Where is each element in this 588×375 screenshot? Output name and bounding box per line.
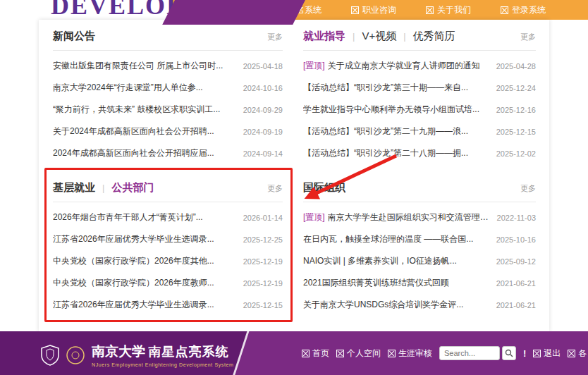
footer-nav-label: 个人空间	[347, 348, 381, 359]
top-nav-label: 职业咨询	[362, 4, 396, 16]
panel-international: 国际组织 更多 [置顶] 南京大学学生赴国际组织实习和交流管理办... 2022…	[303, 181, 536, 316]
news-list-item[interactable]: 南京大学2024年“行走课堂”用人单位参... 2024-10-16	[53, 77, 283, 99]
international-list-item[interactable]: 2021国际组织菁英训练班结营仪式回顾 2021-06-21	[303, 272, 536, 294]
news-list-item[interactable]: 2024年成都高新区面向社会公开招聘应届... 2024-09-14	[53, 142, 283, 164]
item-date: 2025-12-24	[489, 84, 536, 92]
item-date: 2025-12-15	[489, 128, 536, 136]
item-title: 2021国际组织菁英训练班结营仪式回顾	[303, 277, 449, 289]
footer: 南京大学 南星点亮系统 NJuers Employment Enlighteni…	[0, 331, 588, 375]
news-list: 安徽出版集团有限责任公司 所属上市公司时... 2025-04-18 南京大学2…	[53, 55, 283, 164]
broken-image-icon	[533, 350, 541, 357]
top-nav-label: 关于我们	[437, 4, 471, 16]
guidance-list-item[interactable]: 【活动总结】“职引沙龙”第二十八期——拥... 2025-12-02	[303, 142, 536, 164]
item-title: 关于2024年成都高新区面向社会公开招聘...	[53, 125, 214, 137]
right-column: 就业指导 | V+视频 | 优秀简历 更多 [置顶] 关于成立南京大学就业育人讲…	[303, 30, 536, 316]
international-list-item[interactable]: NAIO实训 | 多维素养实训，IO征途扬帆... 2025-09-12	[303, 250, 536, 272]
broken-image-icon	[302, 350, 310, 357]
item-date: 2021-06-21	[489, 279, 536, 288]
broken-image-icon	[501, 6, 508, 14]
tab-v-video[interactable]: V+视频	[362, 30, 396, 43]
item-title: 关于南京大学UNSDGs综合培训奖学金评...	[303, 299, 463, 311]
broken-image-icon	[388, 350, 396, 357]
footer-logos: 南京大学 南星点亮系统 NJuers Employment Enlighteni…	[41, 343, 233, 367]
footer-nav-item[interactable]: 首页	[302, 348, 329, 359]
item-title: 在日内瓦，触摸全球治理的温度 ——联合国...	[303, 233, 473, 245]
broken-image-icon	[336, 350, 344, 357]
international-more-link[interactable]: 更多	[520, 183, 536, 194]
top-nav-label: 登录系统	[512, 4, 546, 16]
tab-separator: |	[403, 31, 405, 42]
item-title: 南京大学2024年“行走课堂”用人单位参...	[53, 82, 203, 94]
news-list-item[interactable]: 关于2024年成都高新区面向社会公开招聘... 2024-09-19	[53, 121, 283, 142]
broken-image-icon	[426, 6, 434, 14]
footer-nav-item[interactable]: 生涯审核	[388, 348, 432, 359]
item-title: 学生就业指导中心顺利举办无领导小组面试培...	[303, 104, 479, 116]
purple-ribbon	[162, 0, 305, 25]
guidance-list-item[interactable]: 学生就业指导中心顺利举办无领导小组面试培... 2025-12-16	[303, 99, 536, 121]
item-title: “聚力前行，共筑未来” 鼓楼校区求职实训工...	[53, 104, 220, 116]
page: DEVELOPMENT 报名系统 职业咨询 关于我们	[0, 0, 588, 375]
search-icon	[505, 349, 513, 357]
international-list-item[interactable]: [置顶] 南京大学学生赴国际组织实习和交流管理办... 2022-11-03	[303, 207, 536, 228]
logout-button[interactable]: 退出	[533, 348, 561, 359]
international-list-item[interactable]: 关于南京大学UNSDGs综合培训奖学金评... 2021-06-21	[303, 294, 536, 316]
system-name: 南星点亮系统	[148, 345, 228, 359]
item-title: 2024年成都高新区面向社会公开招聘应届...	[53, 147, 214, 159]
item-date: 2025-09-12	[489, 257, 536, 266]
panel-news: 新闻公告 更多 安徽出版集团有限责任公司 所属上市公司时... 2025-04-…	[53, 30, 283, 164]
item-date: 2024-09-19	[236, 128, 283, 136]
item-date: 2025-04-18	[236, 62, 283, 70]
guidance-list-item[interactable]: [置顶] 关于成立南京大学就业育人讲师团的通知 2025-04-28	[303, 55, 536, 77]
item-title: 安徽出版集团有限责任公司 所属上市公司时...	[53, 60, 223, 72]
footer-brand-text: 南京大学 南星点亮系统 NJuers Employment Enlighteni…	[92, 343, 233, 367]
item-date: 2024-09-29	[236, 106, 283, 114]
top-nav-item[interactable]: 关于我们	[426, 4, 471, 16]
footer-nav-label: 首页	[312, 348, 329, 359]
footer-search	[439, 346, 516, 360]
item-date: 2022-11-03	[490, 214, 536, 222]
search-input[interactable]	[439, 346, 500, 360]
panel-news-header: 新闻公告 更多	[53, 30, 283, 51]
footer-clipped-item[interactable]: 各	[568, 348, 587, 359]
panel-guidance-header: 就业指导 | V+视频 | 优秀简历 更多	[303, 30, 536, 51]
item-title: 【活动总结】“职引沙龙”第三十期——来自...	[303, 82, 468, 94]
item-date: 2021-06-21	[489, 301, 536, 309]
top-nav: 报名系统 职业咨询 关于我们 登录系统	[276, 0, 546, 20]
pinned-tag: [置顶]	[303, 211, 325, 223]
item-title: 南京大学学生赴国际组织实习和交流管理办...	[328, 211, 490, 223]
broken-image-icon	[568, 350, 575, 357]
news-list-item[interactable]: “聚力前行，共筑未来” 鼓楼校区求职实训工... 2024-09-29	[53, 99, 283, 121]
search-button[interactable]	[502, 346, 516, 360]
university-shield-icon	[41, 345, 59, 366]
footer-nav-label: 生涯审核	[398, 348, 432, 359]
tab-separator: |	[353, 31, 355, 42]
item-date: 2025-12-16	[489, 106, 536, 114]
item-date: 2025-10-16	[489, 235, 536, 244]
news-more-link[interactable]: 更多	[267, 32, 283, 42]
item-date: 2025-12-02	[489, 149, 536, 158]
top-nav-item[interactable]: 职业咨询	[351, 4, 396, 16]
university-seal-icon	[66, 346, 85, 364]
tab-excellent-resume[interactable]: 优秀简历	[413, 30, 455, 43]
system-name-english: NJuers Employment Enlightening Developme…	[92, 362, 233, 367]
guidance-list-item[interactable]: 【活动总结】“职引沙龙”第二十九期——浪... 2025-12-15	[303, 121, 536, 142]
guidance-list-item[interactable]: 【活动总结】“职引沙龙”第三十期——来自... 2025-12-24	[303, 77, 536, 99]
highlight-box	[44, 168, 293, 322]
footer-nav-item[interactable]: 个人空间	[336, 348, 381, 359]
panel-news-title: 新闻公告	[53, 30, 95, 43]
item-date: 2024-10-16	[236, 84, 283, 92]
international-list-item[interactable]: 在日内瓦，触摸全球治理的温度 ——联合国... 2025-10-16	[303, 228, 536, 250]
international-list: [置顶] 南京大学学生赴国际组织实习和交流管理办... 2022-11-03 在…	[303, 207, 536, 316]
panel-guidance: 就业指导 | V+视频 | 优秀简历 更多 [置顶] 关于成立南京大学就业育人讲…	[303, 30, 536, 164]
logout-label: 退出	[544, 348, 561, 359]
panel-international-title: 国际组织	[303, 181, 345, 195]
news-list-item[interactable]: 安徽出版集团有限责任公司 所属上市公司时... 2025-04-18	[53, 55, 283, 77]
guidance-more-link[interactable]: 更多	[520, 32, 536, 42]
item-title: 关于成立南京大学就业育人讲师团的通知	[328, 60, 480, 72]
footer-clipped-label: 各	[578, 348, 587, 359]
university-name: 南京大学	[92, 344, 145, 359]
item-date: 2025-04-28	[489, 62, 536, 70]
item-title: NAIO实训 | 多维素养实训，IO征途扬帆...	[303, 255, 457, 267]
tab-employment-guidance[interactable]: 就业指导	[303, 30, 345, 43]
top-nav-item[interactable]: 登录系统	[501, 4, 546, 16]
